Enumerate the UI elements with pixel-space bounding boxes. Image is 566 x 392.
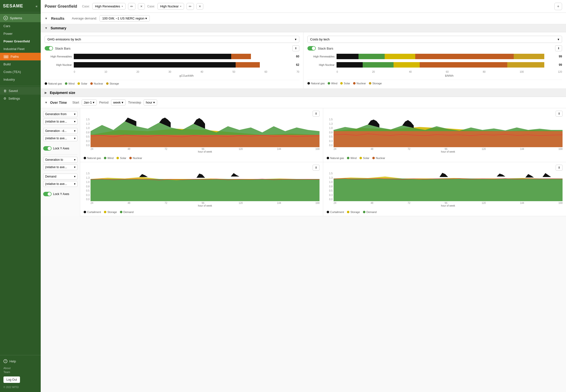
collapse-sidebar-button[interactable]: « xyxy=(36,4,38,8)
cost-bar-segments-hr xyxy=(337,54,555,59)
gen-hr-legend: Natural gas Wind Solar Nuclear xyxy=(84,156,320,160)
gen-diff-controls: Generation - d... ▾ (relative to ave... … xyxy=(43,128,77,143)
case1-selector[interactable]: High Renewables ▾ xyxy=(92,3,126,10)
sidebar-item-settings[interactable]: ⚙ Settings xyxy=(0,95,41,102)
equipment-header[interactable]: ▶ Equipment size xyxy=(41,89,566,97)
cost-legend: Natural gas Wind Solar Nuclear xyxy=(307,80,562,85)
demand-relative-chevron-icon: ▾ xyxy=(74,182,75,186)
sidebar-item-power[interactable]: Power xyxy=(0,30,41,37)
ghg-chart-panel: GHG emissions by tech ▾ Stack Bars ⬇ Hig… xyxy=(41,32,303,89)
cost-seg-orange-hn xyxy=(420,62,507,68)
svg-marker-20 xyxy=(525,174,534,178)
sidebar-item-build[interactable]: Build xyxy=(0,60,41,68)
legend-wind: Wind xyxy=(65,82,75,85)
results-chevron-icon[interactable]: ▼ xyxy=(45,17,48,20)
sidebar-help-button[interactable]: ? Help xyxy=(0,357,41,365)
over-time-chevron-icon[interactable]: ▼ xyxy=(45,101,48,104)
gen-diff-relative-selector[interactable]: (relative to ave... ▾ xyxy=(43,135,77,141)
cost-legend-dot-nuclear xyxy=(353,82,356,85)
sidebar-item-paths[interactable]: (x) Paths xyxy=(0,53,41,60)
case2-label: Case: xyxy=(147,5,155,8)
gen-hn-svg xyxy=(334,118,563,147)
cost-x-axis: 020406080100120 xyxy=(307,71,562,73)
lock-y-axes-toggle2[interactable] xyxy=(43,192,52,196)
case2-selector[interactable]: High Nuclear ▾ xyxy=(157,3,184,10)
avg-demand-selector[interactable]: 100 GW, ~1 US NERC region ▾ xyxy=(99,15,150,21)
storage-hn-download-button[interactable]: ⬇ xyxy=(556,165,563,171)
systems-icon: ✦ xyxy=(3,16,8,20)
lock-y-axes-row2: Lock Y Axes xyxy=(43,192,77,196)
gen-hr-download-button[interactable]: ⬇ xyxy=(313,111,320,117)
add-case-button[interactable]: + xyxy=(554,3,562,10)
gen-from-label: Generation from xyxy=(45,112,67,116)
about-link[interactable]: About xyxy=(3,366,37,370)
app-logo: SESAME xyxy=(3,3,23,9)
summary-header[interactable]: ▼ Summary xyxy=(41,24,566,32)
sidebar-item-saved[interactable]: 🗑 Saved xyxy=(0,87,41,95)
sidebar-item-industrial-fleet[interactable]: Industrial Fleet xyxy=(0,45,41,53)
svg-marker-19 xyxy=(497,174,505,177)
ghg-download-button[interactable]: ⬇ xyxy=(292,45,299,51)
case2-close-button[interactable]: ✕ xyxy=(196,3,203,10)
cost-seg-gold-hn xyxy=(507,62,545,68)
gen-hn-y-axis: 1.51.31.00.80.50.30.0 xyxy=(327,118,333,147)
sidebar-item-systems[interactable]: ✦ Systems xyxy=(0,14,41,22)
storage-hn-y-axis: 1.51.31.00.80.50.30.0 xyxy=(327,172,333,201)
cost-seg-orange xyxy=(415,54,514,59)
cost-seg-black-hn xyxy=(337,62,363,68)
cost-legend-dot-wind xyxy=(328,82,330,85)
gen-from-selector[interactable]: Generation from ▾ xyxy=(43,111,77,117)
logout-button[interactable]: Log Out xyxy=(3,376,20,383)
sidebar-item-costs[interactable]: Costs (TEA) xyxy=(0,68,41,76)
content-area: ▼ Results Average demand: 100 GW, ~1 US … xyxy=(41,13,566,392)
cost-legend-dot-solar xyxy=(340,82,343,85)
storage-hr-download-button[interactable]: ⬇ xyxy=(313,165,320,171)
storage-hn-chart-area xyxy=(334,172,563,201)
settings-icon: ⚙ xyxy=(3,97,6,100)
storage-hr-x-labels: 24487296120144168 xyxy=(84,202,320,204)
svg-marker-18 xyxy=(439,173,448,177)
cost-stack-toggle[interactable] xyxy=(307,46,316,51)
avg-demand-label: Average demand: xyxy=(72,17,97,20)
demand-selector[interactable]: Demand ▾ xyxy=(43,174,77,179)
topbar: Power Greenfield Case: High Renewables ▾… xyxy=(41,0,566,13)
demand-relative-selector[interactable]: (relative to ave... ▾ xyxy=(43,181,77,187)
sidebar-item-cars[interactable]: Cars xyxy=(0,22,41,30)
gen-to-relative-label: (relative to ave... xyxy=(45,165,67,169)
cost-legend-wind: Wind xyxy=(328,82,337,85)
case1-edit-button[interactable]: ✏ xyxy=(128,3,135,10)
results-title: Results xyxy=(51,16,64,20)
case2-edit-button[interactable]: ✏ xyxy=(187,3,194,10)
cost-dropdown[interactable]: Costs by tech ▾ xyxy=(307,36,562,43)
ghg-stack-toggle[interactable] xyxy=(45,46,53,51)
summary-chevron-icon: ▼ xyxy=(45,26,48,30)
storage-chart-row: ⬇ 1.51.31.00.80.50.30.0 xyxy=(80,162,566,216)
cost-legend-natural-gas: Natural gas xyxy=(307,82,325,85)
sidebar-item-power-greenfield[interactable]: Power Greenfield xyxy=(0,37,41,45)
gen-diff-selector[interactable]: Generation - d... ▾ xyxy=(43,128,77,134)
svg-rect-11 xyxy=(91,179,320,201)
period-selector[interactable]: week ▾ xyxy=(111,99,126,106)
start-value: Jan-1 xyxy=(84,101,92,104)
sidebar-item-industry[interactable]: Industry xyxy=(0,76,41,83)
legend-nuclear: Nuclear xyxy=(90,82,103,85)
over-time-controls: Start Jan-1 ▾ Period week ▾ Timestep hou… xyxy=(72,99,157,106)
timestep-selector[interactable]: hour ▾ xyxy=(144,99,157,106)
gen-hn-chart-panel: ⬇ 1.51.31.00.80.50.30.0 xyxy=(323,108,566,162)
team-link[interactable]: Team xyxy=(3,370,37,374)
gen-to-selector[interactable]: Generation to ▾ xyxy=(43,157,77,163)
start-selector[interactable]: Jan-1 ▾ xyxy=(82,99,97,106)
cost-bar-value-hr: 99 xyxy=(559,55,562,58)
case1-close-button[interactable]: ✕ xyxy=(138,3,145,10)
cost-download-button[interactable]: ⬇ xyxy=(555,45,562,51)
ghg-dropdown[interactable]: GHG emissions by tech ▾ xyxy=(45,36,299,43)
sidebar-small-links: About Team xyxy=(0,365,41,375)
avg-demand-chevron-icon: ▾ xyxy=(145,17,147,20)
cost-seg-green xyxy=(358,54,385,59)
gen-hn-download-button[interactable]: ⬇ xyxy=(556,111,563,117)
gen-from-relative-selector[interactable]: (relative to ave... ▾ xyxy=(43,119,77,125)
ghg-x-axis-label: gCO₂e/kWh xyxy=(45,74,299,77)
storage-hr-chart-panel: ⬇ 1.51.31.00.80.50.30.0 xyxy=(80,162,323,216)
lock-y-axes-toggle[interactable] xyxy=(43,146,52,151)
gen-to-relative-selector[interactable]: (relative to ave... ▾ xyxy=(43,164,77,170)
